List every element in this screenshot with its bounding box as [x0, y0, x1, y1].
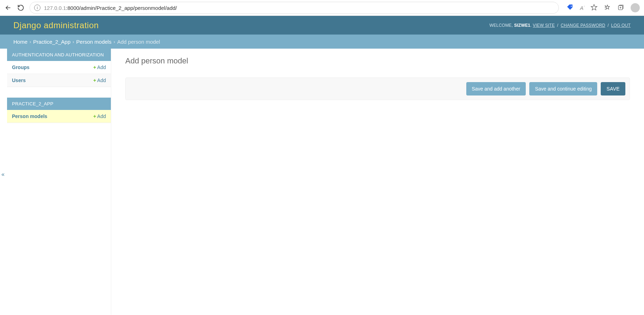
users-add-link[interactable]: +Add: [93, 78, 106, 83]
person-models-link[interactable]: Person models: [12, 113, 47, 119]
breadcrumb-current: Add person model: [117, 39, 160, 45]
sidebar-row-person-models: Person models +Add: [7, 110, 111, 123]
current-username: SIZWE1: [514, 23, 530, 28]
submit-row: Save and add another Save and continue e…: [125, 78, 630, 100]
app-module-title: PRACTICE_2_APP: [7, 98, 111, 110]
plus-icon: +: [93, 78, 96, 83]
main-content: Add person model Save and add another Sa…: [111, 49, 644, 315]
plus-icon: +: [93, 113, 96, 119]
collections-icon[interactable]: [617, 4, 624, 12]
users-link[interactable]: Users: [12, 78, 26, 83]
save-button[interactable]: SAVE: [601, 82, 625, 95]
groups-add-link[interactable]: +Add: [93, 64, 106, 70]
svg-marker-2: [591, 4, 597, 10]
browser-back-button[interactable]: [4, 4, 12, 12]
auth-module: AUTHENTICATION AND AUTHORIZATION Groups …: [7, 49, 111, 87]
logout-link[interactable]: LOG OUT: [611, 23, 631, 28]
browser-chrome: i 127.0.0.1:8000/admin/Practice_2_app/pe…: [0, 0, 644, 16]
save-continue-button[interactable]: Save and continue editing: [529, 82, 597, 95]
site-info-icon[interactable]: i: [34, 5, 40, 11]
groups-link[interactable]: Groups: [12, 64, 30, 70]
django-header: Django administration WELCOME, SIZWE1. V…: [0, 16, 644, 35]
welcome-text: WELCOME,: [490, 23, 514, 28]
breadcrumb-model[interactable]: Person models: [76, 39, 112, 45]
app-module: PRACTICE_2_APP Person models +Add: [7, 98, 111, 123]
url-text: 127.0.0.1:8000/admin/Practice_2_app/pers…: [44, 5, 177, 11]
auth-module-title: AUTHENTICATION AND AUTHORIZATION: [7, 49, 111, 61]
browser-right-icons: A⁾: [567, 3, 640, 12]
svg-point-1: [571, 6, 572, 7]
breadcrumb-home[interactable]: Home: [13, 39, 27, 45]
page-title: Add person model: [125, 56, 630, 66]
address-bar[interactable]: i 127.0.0.1:8000/admin/Practice_2_app/pe…: [30, 2, 559, 14]
change-password-link[interactable]: CHANGE PASSWORD: [561, 23, 605, 28]
site-title[interactable]: Django administration: [13, 20, 99, 30]
sidebar: AUTHENTICATION AND AUTHORIZATION Groups …: [7, 49, 111, 315]
person-models-add-link[interactable]: +Add: [93, 113, 106, 119]
shopping-tag-icon[interactable]: [567, 4, 574, 12]
svg-marker-3: [605, 5, 610, 9]
sidebar-row-groups: Groups +Add: [7, 61, 111, 74]
browser-refresh-button[interactable]: [17, 4, 25, 12]
plus-icon: +: [93, 64, 96, 70]
profile-avatar-icon[interactable]: [631, 3, 640, 12]
view-site-link[interactable]: VIEW SITE: [533, 23, 555, 28]
sidebar-collapse-button[interactable]: «: [1, 171, 5, 178]
favorite-icon[interactable]: [591, 4, 598, 12]
favorites-bar-icon[interactable]: [604, 4, 611, 12]
breadcrumb: Home › Practice_2_App › Person models › …: [0, 35, 644, 49]
save-add-another-button[interactable]: Save and add another: [466, 82, 526, 95]
sidebar-row-users: Users +Add: [7, 74, 111, 87]
read-aloud-icon[interactable]: A⁾: [580, 5, 584, 11]
user-links: WELCOME, SIZWE1. VIEW SITE / CHANGE PASS…: [490, 23, 631, 28]
breadcrumb-app[interactable]: Practice_2_App: [33, 39, 70, 45]
